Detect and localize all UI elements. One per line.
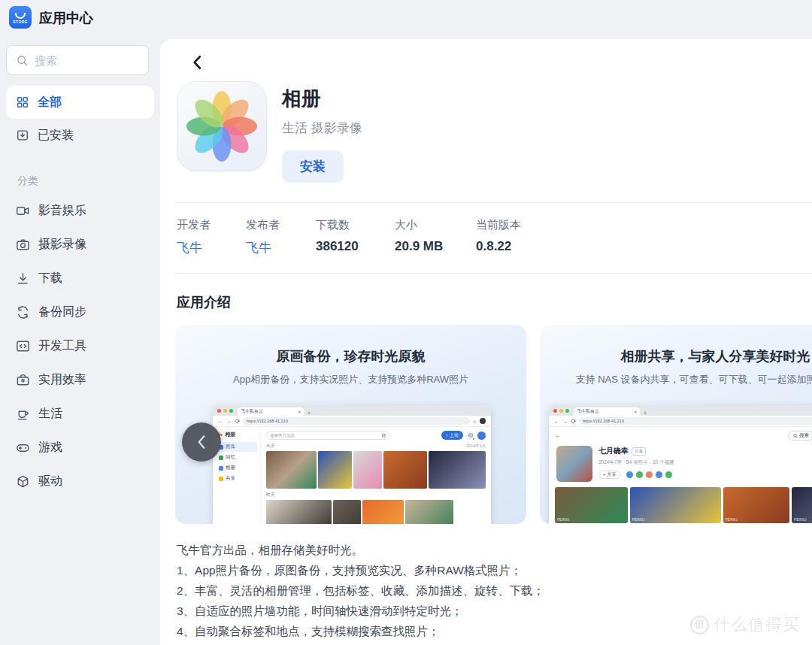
category-label: 影音娱乐 xyxy=(38,203,86,219)
new-tab-icon: + xyxy=(308,410,311,416)
search-icon xyxy=(793,434,798,438)
sidebar: 全部 已安装 分类 影音娱乐 摄影录像 下载 备份同步 xyxy=(0,39,160,645)
album-shared-badge: 共享 xyxy=(632,447,646,456)
mockup-nav-item: 共享 xyxy=(216,474,257,483)
photo-tile xyxy=(353,451,382,489)
sidebar-item-drivers[interactable]: 驱动 xyxy=(6,465,154,498)
briefcase-icon xyxy=(16,373,30,387)
stat-label: 发布者 xyxy=(246,218,316,232)
sidebar-item-photography[interactable]: 摄影录像 xyxy=(6,228,154,262)
app-category: 生活 摄影录像 xyxy=(282,120,362,137)
description-line: 1、App照片备份，原图备份，支持预览实况、多种RAW格式照片； xyxy=(177,560,812,580)
stat-version: 当前版本 0.8.22 xyxy=(476,218,812,256)
mockup-search-pill: 搜索 xyxy=(788,431,812,441)
photo-tile xyxy=(266,500,332,524)
store-logo-text: STORE xyxy=(13,20,28,24)
description-line: 5、设备内用户共享，家人共享相册回忆。 xyxy=(177,641,812,645)
album-meta: 2024年7月 · 54 张照片，10 个视频 xyxy=(598,459,674,466)
browser-tabstrip: 飞牛私有云× + xyxy=(213,405,491,416)
sidebar-item-download[interactable]: 下载 xyxy=(6,262,154,295)
sidebar-item-devtools[interactable]: 开发工具 xyxy=(6,329,154,363)
mockup-search-bar: 搜索照片信息 xyxy=(266,431,389,440)
category-label: 生活 xyxy=(38,406,62,422)
mockup-toolbar: ← 搜索 +添加照片 拍摄时间↕ xyxy=(549,427,812,441)
photo-tile xyxy=(405,500,453,524)
stat-downloads: 下载数 386120 xyxy=(316,218,395,256)
new-tab-icon: + xyxy=(644,410,647,416)
carousel-prev-button[interactable] xyxy=(182,422,221,462)
traffic-light-icons xyxy=(217,405,233,416)
description-line: 飞牛官方出品，相册存储美好时光。 xyxy=(177,540,812,560)
photo-tile xyxy=(362,500,404,524)
album-title: 七月确幸 xyxy=(598,446,629,456)
installed-box-icon xyxy=(16,129,29,142)
date-group-label: 昨天 xyxy=(266,492,275,498)
sidebar-item-label: 全部 xyxy=(38,95,62,111)
mockup-photos-icon xyxy=(466,432,474,440)
album-cover xyxy=(556,446,592,482)
mockup-back-icon: ← xyxy=(555,432,561,439)
sidebar-item-life[interactable]: 生活 xyxy=(6,397,154,431)
app-stats-row: 开发者 飞牛 发布者 飞牛 下载数 386120 大小 20.9 MB 当前版本… xyxy=(177,203,812,273)
chevron-left-icon xyxy=(195,435,208,450)
photo-tile xyxy=(266,451,317,489)
stat-value-link[interactable]: 飞牛 xyxy=(246,239,316,256)
traffic-light-icons xyxy=(553,405,569,416)
share-button: + 共享 xyxy=(598,471,620,479)
app-detail-panel: 相册 生活 摄影录像 安装 开发者 飞牛 发布者 飞牛 下载数 386120 大… xyxy=(160,39,812,645)
timeline-date: 2024年3月 xyxy=(466,444,486,449)
stat-value-link[interactable]: 飞牛 xyxy=(177,239,246,256)
stat-developer: 开发者 飞牛 xyxy=(177,218,246,256)
sidebar-item-utilities[interactable]: 实用效率 xyxy=(6,363,154,397)
mockup-nav-item: 回忆 xyxy=(216,453,257,462)
avatar xyxy=(635,471,644,479)
stat-value: 386120 xyxy=(316,239,395,254)
category-label: 游戏 xyxy=(38,440,62,456)
category-label: 摄影录像 xyxy=(38,237,86,253)
sidebar-item-installed[interactable]: 已安装 xyxy=(6,119,154,152)
category-label: 驱动 xyxy=(38,474,62,489)
search-input[interactable] xyxy=(35,54,125,67)
code-window-icon xyxy=(16,339,30,353)
tab-title: 飞牛私有云 xyxy=(241,408,263,415)
browser-urlbar: ← → https://192.168.41.210 ☆ xyxy=(213,416,491,427)
stat-label: 开发者 xyxy=(177,218,246,232)
avatar xyxy=(645,471,653,479)
download-icon xyxy=(16,271,30,286)
video-camera-icon xyxy=(16,204,30,218)
browser-profile-icon xyxy=(480,418,486,424)
mockup-photo-grid: FEINIU FEINIU FEINIU FEINIU xyxy=(549,482,812,524)
app-store-logo-icon: STORE xyxy=(9,6,32,29)
sidebar-nav: 全部 已安装 xyxy=(6,86,154,152)
browser-back-icon: ← xyxy=(218,419,223,424)
sidebar-item-media[interactable]: 影音娱乐 xyxy=(6,194,154,228)
divider xyxy=(175,273,812,274)
photo-tile xyxy=(318,451,352,489)
image-icon xyxy=(468,433,473,438)
slide-subline: 支持 NAS 设备内共享，可查看、可下载、可一起添加照片到相册 xyxy=(540,373,812,386)
back-button[interactable] xyxy=(187,53,207,72)
install-button[interactable]: 安装 xyxy=(282,150,344,183)
browser-mockup: 飞牛私有云× + ← → https://192.168.41.210 ☆ xyxy=(213,405,491,524)
search-icon xyxy=(16,54,29,67)
stat-label: 大小 xyxy=(395,218,476,232)
stat-value: 0.8.22 xyxy=(476,239,812,254)
sidebar-item-games[interactable]: 游戏 xyxy=(6,431,154,465)
address-bar: https://192.168.41.210 xyxy=(243,417,470,425)
sync-icon xyxy=(16,305,30,319)
refresh-icon xyxy=(571,419,576,424)
browser-forward-icon: → xyxy=(226,419,232,424)
photo-tile xyxy=(383,451,427,489)
mockup-main: 搜索照片信息 ↑上传 今天 2024年3月 xyxy=(261,427,491,524)
browser-tab: 飞牛私有云× xyxy=(574,407,640,416)
search-box[interactable] xyxy=(6,45,149,75)
screenshot-slide-backup: 原画备份，珍存时光原貌 App相册备份，支持实况照片、支持预览多种RAW照片 飞… xyxy=(175,325,526,524)
sidebar-item-all[interactable]: 全部 xyxy=(6,86,154,119)
mockup-upload-button: ↑上传 xyxy=(441,431,463,440)
cube-icon xyxy=(16,474,30,489)
slide-subline: App相册备份，支持实况照片、支持预览多种RAW照片 xyxy=(175,373,526,386)
flower-icon xyxy=(186,90,258,162)
sidebar-item-backup-sync[interactable]: 备份同步 xyxy=(6,295,154,329)
mockup-album-header: 七月确幸 共享 2024年7月 · 54 张照片，10 个视频 + 共享 xyxy=(549,441,812,482)
mockup-nav-item: 图库 xyxy=(216,442,257,452)
